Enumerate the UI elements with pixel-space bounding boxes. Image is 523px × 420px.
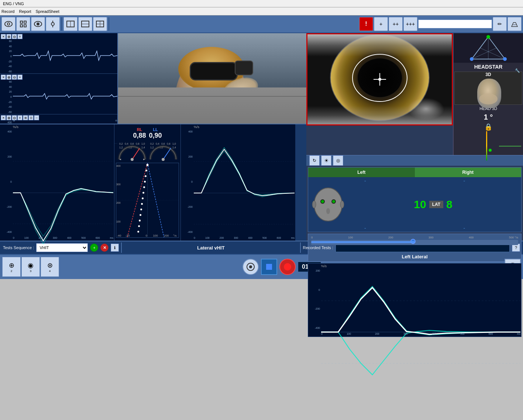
svg-point-50 xyxy=(147,164,149,166)
settings2-btn[interactable] xyxy=(46,17,60,31)
trace3-config3-btn[interactable]: ⊡ xyxy=(28,115,34,120)
trace1-config-btn[interactable]: ≡ xyxy=(17,34,23,39)
trace2-y-n20: -20 xyxy=(1,101,12,103)
eye2-btn[interactable] xyxy=(31,17,45,31)
menu-spreadsheet[interactable]: SpreadSheet xyxy=(36,9,59,14)
eye-camera xyxy=(306,33,453,125)
left-btn[interactable]: Left xyxy=(308,168,415,177)
svg-text:-20: -20 xyxy=(125,234,130,237)
square-icon-btn[interactable] xyxy=(261,259,277,275)
trace2-x-btn[interactable]: ✕ xyxy=(1,75,6,80)
svg-rect-96 xyxy=(266,264,272,270)
circle-icon-btn[interactable] xyxy=(242,259,259,275)
sr-y-0: 0 xyxy=(309,289,320,291)
trace2-plus-btn[interactable]: ⊕ xyxy=(6,75,11,80)
trace3-config2-btn[interactable]: ⊞ xyxy=(23,115,28,120)
rg-n200: -200 xyxy=(182,206,193,208)
pen-btn[interactable]: ✏ xyxy=(493,17,507,31)
recorded-label: Recorded Tests : xyxy=(303,245,333,250)
layout2-btn[interactable] xyxy=(78,17,92,31)
ll-value: 0,90 xyxy=(149,132,162,140)
alert-btn[interactable]: ! xyxy=(359,17,373,31)
svg-text:-40: -40 xyxy=(117,234,121,237)
menu-report[interactable]: Report xyxy=(19,9,31,14)
svg-point-88 xyxy=(332,200,335,203)
trace2-minus-btn[interactable]: ⊖ xyxy=(12,75,17,80)
layout1-btn[interactable] xyxy=(63,17,78,31)
rg-x-400: 400 xyxy=(248,237,252,239)
trace2-y-20: 20 xyxy=(1,90,12,93)
svg-point-45 xyxy=(162,158,165,161)
left-velocity-graph: %/s 400 200 0 -200 -400 xyxy=(0,124,114,241)
lg-x-100: 100 xyxy=(24,237,29,239)
plus2-btn[interactable]: ++ xyxy=(389,17,403,31)
circle-btn2[interactable]: ◎ xyxy=(333,155,343,166)
trace2-config-btn[interactable]: ≡ xyxy=(17,75,23,80)
svg-point-61 xyxy=(138,225,140,227)
main-area: ✕ ⊕ ⊖ ≡ 60 40 20 0 -20 -40 -60 xyxy=(0,33,523,241)
svg-text:1,2: 1,2 xyxy=(150,146,154,149)
svg-text:0: 0 xyxy=(146,234,148,237)
plus1-btn[interactable]: + xyxy=(374,17,388,31)
layout3-btn[interactable] xyxy=(93,17,107,31)
svg-text:200: 200 xyxy=(164,234,169,237)
headstar-title: HEADSTAR xyxy=(454,63,523,71)
toolbar-sep-2 xyxy=(109,17,109,31)
rg-n400: -400 xyxy=(182,231,193,233)
svg-text:100: 100 xyxy=(116,220,121,223)
status-sep2 xyxy=(300,242,301,253)
record-btn[interactable] xyxy=(279,259,296,275)
menu-record[interactable]: Record xyxy=(1,9,14,14)
svg-text:100: 100 xyxy=(153,234,158,237)
headstar-wrench-icon[interactable]: 🔧 xyxy=(515,68,520,73)
right-btn[interactable]: Right xyxy=(415,168,522,177)
bottom-icon-1-symbol: ◉ xyxy=(28,261,34,269)
trace3-config4-btn[interactable]: ↔ xyxy=(34,115,39,120)
lg-x-200: 200 xyxy=(38,237,43,239)
plus3-btn[interactable]: +++ xyxy=(403,17,417,31)
refresh-btn[interactable]: ↻ xyxy=(309,155,320,166)
toolbar-input[interactable] xyxy=(418,20,492,28)
svg-point-90 xyxy=(340,201,344,208)
trace1-x-btn[interactable]: ✕ xyxy=(1,34,6,39)
svg-point-57 xyxy=(141,203,143,205)
bottom-icon-1[interactable]: ◉ 3 xyxy=(21,257,40,277)
eye-view-btn[interactable] xyxy=(1,17,16,31)
trace1-svg xyxy=(13,40,117,72)
trace3-plus-btn[interactable]: ⊕ xyxy=(6,115,11,120)
trace1-plus-btn[interactable]: ⊕ xyxy=(6,34,11,39)
trace2-svg xyxy=(13,80,117,112)
lg-n400: -400 xyxy=(1,231,12,233)
svg-text:1,4: 1,4 xyxy=(141,146,145,149)
trace1-y-n60: -60 xyxy=(1,70,12,73)
svg-point-2 xyxy=(8,23,9,25)
rl-value: 0,88 xyxy=(133,132,146,140)
lr-right-value: 8 xyxy=(446,198,453,211)
bottom-icon-2-symbol: ⊛ xyxy=(47,261,53,269)
svg-point-55 xyxy=(142,192,144,194)
settings-btn[interactable] xyxy=(16,17,30,31)
status-sep xyxy=(121,242,122,253)
lr-dash2-left: - xyxy=(364,225,366,231)
bottom-icon-0[interactable]: ⊕ 2 xyxy=(2,257,21,277)
left-section: ✕ ⊕ ⊖ ≡ 60 40 20 0 -20 -40 -60 xyxy=(0,33,306,241)
bottom-icon-2[interactable]: ⊛ 4 xyxy=(41,257,59,277)
trace3-config1-btn[interactable]: ≡ xyxy=(17,115,23,120)
bottom-icon-0-num: 2 xyxy=(11,269,12,273)
rg-x-300: 300 xyxy=(234,237,238,239)
trace1-minus-btn[interactable]: ⊖ xyxy=(12,34,17,39)
trace3-x-btn[interactable]: ✕ xyxy=(1,115,6,120)
svg-point-83 xyxy=(314,188,342,221)
trace3-minus-btn[interactable]: ⊖ xyxy=(12,115,17,120)
toolbar: ! + ++ +++ ✏ xyxy=(0,16,523,33)
brightness-btn[interactable]: ☀ xyxy=(321,155,331,166)
eraser-btn[interactable] xyxy=(507,17,522,31)
rg-0: 0 xyxy=(182,180,193,183)
title-bar: ENG / VNG xyxy=(0,0,523,7)
lr-dash1-right: - xyxy=(463,178,465,184)
lock-icon[interactable]: 🔒 xyxy=(454,123,523,131)
vel-200: 200 xyxy=(388,236,393,239)
svg-point-62 xyxy=(137,231,139,233)
sr-x-400: 400 xyxy=(432,333,436,335)
velocity-slider[interactable] xyxy=(311,240,518,245)
